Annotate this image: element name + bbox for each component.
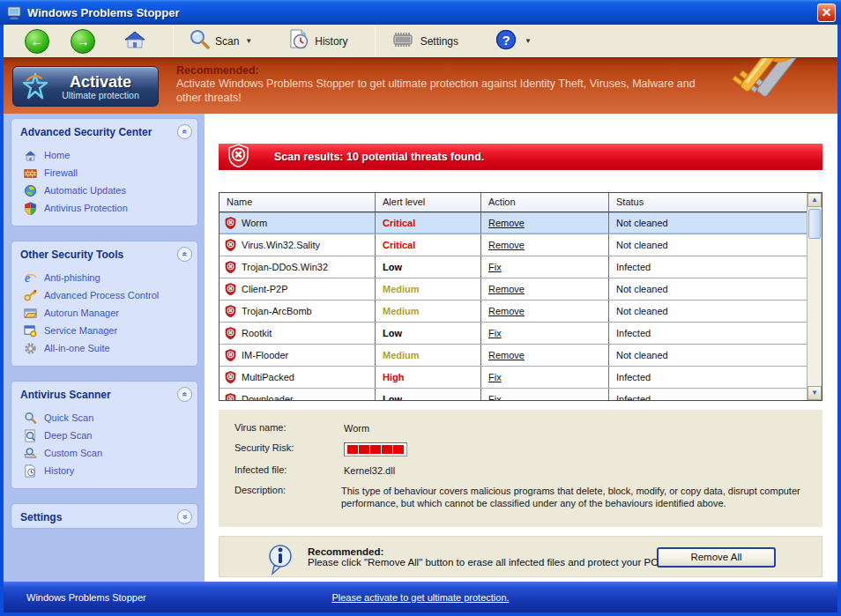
shield-icon (24, 202, 37, 215)
chip-icon (390, 30, 416, 52)
column-name[interactable]: Name (220, 193, 376, 212)
infected-file-value: Kernel32.dll (344, 464, 395, 477)
sidebar: Advanced Security Center « Home Firewall… (4, 114, 205, 582)
window-gear-icon (24, 324, 37, 338)
threat-icon (225, 261, 236, 273)
table-row[interactable]: DownloaderLowFixInfected (220, 389, 815, 401)
threat-status: Not cleaned (609, 345, 815, 366)
section-title: Antivirus Scanner (20, 389, 111, 401)
table-row[interactable]: Client-P2PMediumRemoveNot cleaned (220, 278, 815, 301)
app-monitor-icon (7, 6, 23, 19)
forward-button[interactable]: → (71, 29, 95, 54)
action-link[interactable]: Fix (488, 328, 502, 338)
toolbar: ← → Scan ▼ History Settings ? ▼ (4, 25, 837, 57)
activate-button[interactable]: Activate Ultimate protection (12, 66, 159, 107)
key-icon (24, 289, 37, 302)
vertical-scrollbar[interactable]: ▲ ▼ (807, 193, 822, 400)
sidebar-item-anti-phishing[interactable]: e Anti-phishing (24, 269, 194, 286)
window-title: Windows Problems Stopper (27, 6, 817, 19)
virus-name-value: Worm (344, 422, 369, 434)
column-alert-level[interactable]: Alert level (376, 193, 481, 212)
collapse-chevron-icon[interactable]: « (177, 387, 192, 402)
threat-name: Worm (242, 218, 267, 228)
table-row[interactable]: Virus.Win32.SalityCriticalRemoveNot clea… (220, 234, 815, 256)
toolbar-separator (173, 26, 174, 56)
table-row[interactable]: IM-FlooderMediumRemoveNot cleaned (220, 345, 815, 367)
threat-icon (225, 239, 236, 251)
key-icon (726, 57, 832, 114)
gear-icon (24, 342, 37, 355)
table-row[interactable]: MultiPackedHighFixInfected (220, 367, 815, 389)
sidebar-item-firewall[interactable]: Firewall (24, 164, 194, 182)
sidebar-item-quick-scan[interactable]: Quick Scan (24, 409, 194, 427)
alert-level: Medium (376, 345, 481, 366)
magnifier-icon (24, 412, 37, 425)
banner-recommended-text: Activate Windows Problems Stopper to get… (176, 77, 705, 105)
star-icon (20, 71, 50, 101)
threat-status: Infected (609, 389, 815, 401)
action-link[interactable]: Remove (488, 284, 525, 294)
threat-icon (225, 327, 236, 339)
home-button[interactable] (116, 28, 153, 54)
collapse-chevron-icon[interactable]: « (177, 124, 192, 139)
activate-subtitle: Ultimate protection (50, 91, 151, 100)
action-link[interactable]: Remove (488, 306, 525, 316)
threat-icon (225, 217, 236, 229)
sidebar-item-service-manager[interactable]: Service Manager (24, 322, 194, 339)
close-icon[interactable]: ✕ (817, 4, 836, 22)
sidebar-item-history[interactable]: History (24, 462, 194, 479)
scan-results-text: Scan results: 10 potential threats found… (274, 151, 484, 163)
collapse-chevron-icon[interactable]: « (177, 247, 192, 262)
activate-title: Activate (50, 73, 151, 91)
column-status[interactable]: Status (609, 193, 815, 212)
action-link[interactable]: Fix (488, 394, 502, 401)
sidebar-item-custom-scan[interactable]: Custom Scan (24, 444, 194, 462)
alert-level: High (376, 367, 481, 388)
settings-button[interactable]: Settings (383, 28, 465, 54)
action-link[interactable]: Remove (488, 218, 525, 228)
scan-results-banner: Scan results: 10 potential threats found… (219, 144, 822, 170)
alert-level: Critical (376, 212, 481, 234)
home-icon (24, 149, 37, 162)
action-link[interactable]: Remove (488, 350, 525, 360)
threat-status: Not cleaned (609, 301, 815, 322)
home-icon (123, 30, 146, 52)
activate-link[interactable]: Please activate to get ultimate protecti… (331, 592, 509, 603)
sidebar-item-home[interactable]: Home (24, 146, 194, 164)
statusbar-app-name: Windows Problems Stopper (26, 592, 146, 603)
sidebar-item-autorun-manager[interactable]: Autorun Manager (24, 304, 194, 322)
threat-name: Rootkit (242, 328, 272, 338)
expand-chevron-icon[interactable]: « (177, 509, 192, 524)
sidebar-item-deep-scan[interactable]: Deep Scan (24, 427, 194, 444)
scroll-up-icon[interactable]: ▲ (808, 193, 822, 207)
section-title: Settings (20, 511, 62, 523)
action-link[interactable]: Fix (488, 372, 502, 382)
table-row[interactable]: Trojan-ArcBombMediumRemoveNot cleaned (220, 301, 815, 323)
remove-all-button[interactable]: Remove All (657, 547, 776, 568)
help-button[interactable]: ? ▼ (487, 26, 539, 56)
sidebar-item-automatic-updates[interactable]: Automatic Updates (24, 182, 194, 199)
back-button[interactable]: ← (25, 29, 49, 54)
sidebar-item-all-in-one-suite[interactable]: All-in-one Suite (24, 339, 194, 357)
column-action[interactable]: Action (481, 193, 609, 212)
threat-status: Infected (609, 367, 815, 388)
scan-button[interactable]: Scan ▼ (181, 26, 259, 56)
alert-level: Medium (376, 278, 481, 300)
history-button[interactable]: History (280, 26, 354, 56)
action-link[interactable]: Fix (488, 262, 502, 272)
toolbar-separator (375, 26, 376, 56)
scroll-down-icon[interactable]: ▼ (808, 386, 822, 400)
sidebar-item-advanced-process-control[interactable]: Advanced Process Control (24, 286, 194, 304)
history-doc-icon (24, 464, 37, 478)
table-row[interactable]: Trojan-DDoS.Win32LowFixInfected (220, 256, 815, 278)
folder-icon (24, 307, 37, 320)
description-value: This type of behaviour covers malicious … (341, 485, 808, 509)
scroll-thumb[interactable] (808, 209, 821, 239)
description-label: Description: (234, 485, 341, 509)
sidebar-item-antivirus-protection[interactable]: Antivirus Protection (24, 199, 194, 217)
table-row[interactable]: RootkitLowFixInfected (220, 323, 815, 345)
section-title: Advanced Security Center (20, 126, 152, 138)
alert-level: Medium (376, 301, 481, 322)
action-link[interactable]: Remove (488, 240, 525, 250)
table-row[interactable]: WormCriticalRemoveNot cleaned (220, 212, 815, 234)
